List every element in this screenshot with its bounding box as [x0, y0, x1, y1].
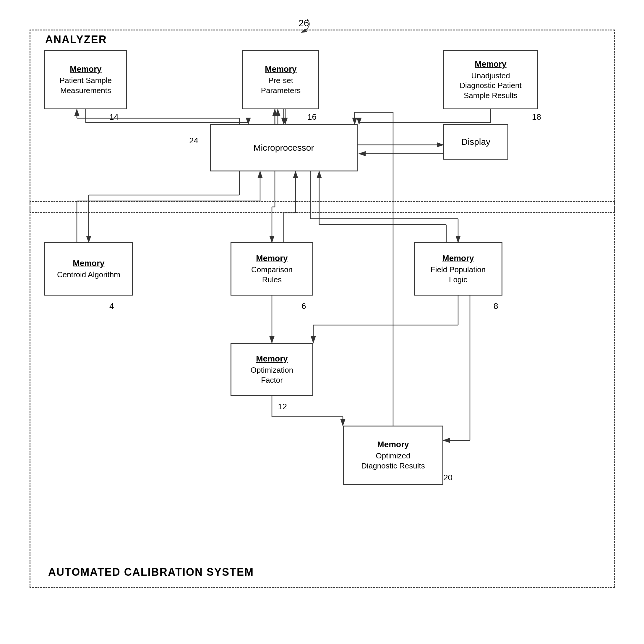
field-pop-title: Memory — [442, 253, 474, 264]
memory-optimized: Memory OptimizedDiagnostic Results — [343, 426, 443, 485]
ref-20: 20 — [443, 473, 452, 482]
patient-sample-subtitle: Patient SampleMeasurements — [60, 76, 112, 96]
unadjusted-title: Memory — [475, 59, 506, 69]
optimized-subtitle: OptimizedDiagnostic Results — [361, 451, 425, 471]
memory-unadjusted: Memory UnadjustedDiagnostic PatientSampl… — [443, 50, 538, 109]
ref-14: 14 — [109, 112, 119, 122]
optimization-subtitle: OptimizationFactor — [251, 365, 293, 385]
centroid-title: Memory — [73, 258, 104, 269]
ref-18: 18 — [532, 112, 541, 122]
display-box: Display — [443, 124, 508, 160]
ref-16: 16 — [307, 112, 317, 122]
preset-params-title: Memory — [265, 64, 296, 74]
memory-optimization: Memory OptimizationFactor — [231, 343, 313, 396]
preset-params-subtitle: Pre-setParameters — [261, 76, 301, 96]
field-pop-subtitle: Field PopulationLogic — [431, 265, 486, 285]
comparison-title: Memory — [256, 253, 288, 264]
memory-comparison: Memory ComparisonRules — [231, 242, 313, 296]
comparison-subtitle: ComparisonRules — [251, 265, 293, 285]
ref-6: 6 — [301, 301, 306, 311]
analyzer-label: ANALYZER — [45, 33, 107, 46]
ref-12: 12 — [278, 402, 287, 411]
acs-label: AUTOMATED CALIBRATION SYSTEM — [48, 566, 254, 578]
memory-preset-params: Memory Pre-setParameters — [242, 50, 319, 109]
memory-centroid: Memory Centroid Algorithm — [44, 242, 133, 296]
ref-4: 4 — [109, 301, 114, 311]
microprocessor-label: Microprocessor — [253, 143, 314, 153]
ref-8: 8 — [494, 301, 498, 311]
display-label: Display — [461, 137, 490, 147]
unadjusted-subtitle: UnadjustedDiagnostic PatientSample Resul… — [460, 71, 522, 101]
optimized-title: Memory — [377, 439, 409, 450]
memory-field-pop: Memory Field PopulationLogic — [414, 242, 502, 296]
microprocessor-box: Microprocessor — [210, 124, 358, 171]
ref-26-label: 26 — [299, 18, 309, 29]
ref-24: 24 — [189, 136, 198, 145]
centroid-subtitle: Centroid Algorithm — [57, 270, 120, 280]
memory-patient-sample: Memory Patient SampleMeasurements — [44, 50, 127, 109]
optimization-title: Memory — [256, 353, 288, 364]
patient-sample-title: Memory — [70, 64, 101, 74]
diagram-container: 26 ANALYZER AUTOMATED CALIBRATION SYSTEM… — [18, 18, 627, 627]
